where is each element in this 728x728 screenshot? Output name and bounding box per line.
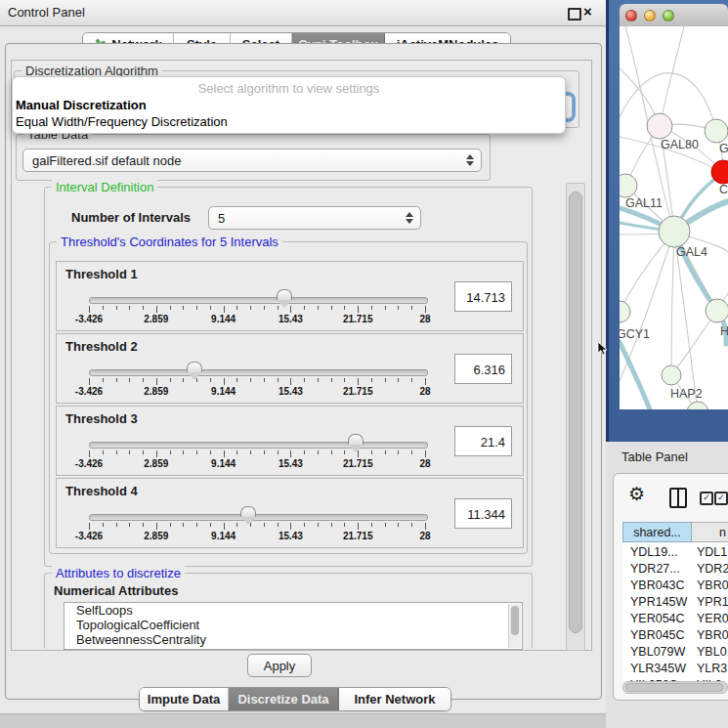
tab-discretize-data[interactable]: Discretize Data xyxy=(229,688,339,710)
popup-item-manual-discretization[interactable]: Manual Discretization xyxy=(16,98,147,112)
node-hap2[interactable] xyxy=(662,365,681,385)
threshold-1-value[interactable]: 14.713 xyxy=(454,281,512,312)
node-label-gal80: GAL80 xyxy=(661,138,699,151)
tab-label: Discretize Data xyxy=(237,692,328,707)
threshold-2-slider-track[interactable] xyxy=(89,369,428,376)
float-window-icon[interactable] xyxy=(568,8,581,21)
combo-stepper-icon[interactable] xyxy=(466,154,474,166)
minimize-traffic-light-icon[interactable] xyxy=(644,10,656,21)
close-traffic-light-icon[interactable] xyxy=(625,10,637,21)
column-layout-icon[interactable] xyxy=(669,488,687,508)
threshold-2-value[interactable]: 6.316 xyxy=(454,354,512,384)
column-header-shared-name[interactable]: shared... xyxy=(622,522,692,542)
table-row[interactable]: YDL19...YDL1 xyxy=(622,543,728,560)
threshold-3-value[interactable]: 21.4 xyxy=(454,426,512,456)
settings-vertical-scrollbar[interactable] xyxy=(566,183,585,651)
popup-hint-item[interactable]: Select algorithm to view settings xyxy=(13,81,565,96)
table-row[interactable]: YBR043CYBR0 xyxy=(622,577,728,593)
tab-impute-data[interactable]: Impute Data xyxy=(140,688,229,710)
node-label-hap2: HAP2 xyxy=(670,387,703,401)
node-bottom-partial[interactable] xyxy=(687,402,708,409)
node-gal4[interactable] xyxy=(659,216,690,247)
node-gcy1[interactable] xyxy=(620,301,630,322)
slider-thumb[interactable] xyxy=(277,289,292,300)
checkbox-icon[interactable]: ✓ xyxy=(700,492,713,505)
num-intervals-label: Number of Intervals xyxy=(71,210,191,225)
screenshot-root: Control Panel × Network Style Select Cyn… xyxy=(0,0,728,728)
slider-thumb[interactable] xyxy=(240,506,256,517)
combo-value: 5 xyxy=(218,211,225,226)
threshold-2-panel: Threshold 2 -3.4262.8599.14415.4321.7152… xyxy=(56,333,524,404)
node-label-partial: H xyxy=(720,324,728,338)
table-row[interactable]: YBL079WYBL0 xyxy=(622,643,728,660)
node-label-partial: G xyxy=(719,142,728,155)
threshold-label: Threshold 3 xyxy=(65,411,138,426)
table-row[interactable]: YBR045CYBR0 xyxy=(622,626,728,643)
node-label-gal11: GAL11 xyxy=(625,196,663,210)
combo-value: galFiltered.sif default node xyxy=(32,153,181,168)
tab-infer-network[interactable]: Infer Network xyxy=(339,688,450,710)
table-panel-title: Table Panel xyxy=(621,450,688,464)
table-row[interactable]: YLR345WYLR3 xyxy=(622,660,728,676)
network-window-titlebar[interactable] xyxy=(620,4,728,27)
slider-scale-labels: -3.4262.8599.14415.4321.71528 xyxy=(89,314,426,325)
threshold-3-slider-track[interactable] xyxy=(89,442,428,449)
threshold-4-value[interactable]: 11.344 xyxy=(454,498,512,529)
group-title: Threshold's Coordinates for 5 Intervals xyxy=(57,235,282,249)
slider-ticks xyxy=(89,378,426,386)
panel-title: Control Panel xyxy=(8,5,85,20)
slider-scale-labels: -3.4262.8599.14415.4321.71528 xyxy=(89,458,426,470)
table-row[interactable]: YPR145WYPR1 xyxy=(622,593,728,610)
numerical-attributes-label: Numerical Attributes xyxy=(54,583,178,598)
threshold-1-panel: Threshold 1 -3.4262.8599.14415.4321.7152… xyxy=(56,261,524,331)
threshold-3-panel: Threshold 3 -3.4262.8599.14415.4321.7152… xyxy=(56,406,524,476)
threshold-4-slider-track[interactable] xyxy=(89,514,428,521)
list-item[interactable]: SelfLoops xyxy=(64,603,522,618)
group-title: Interval Definition xyxy=(52,180,157,194)
numerical-attributes-list[interactable]: SelfLoops TopologicalCoefficient Between… xyxy=(64,602,523,650)
threshold-label: Threshold 2 xyxy=(65,339,138,354)
tab-label: Infer Network xyxy=(354,692,435,707)
table-horizontal-scrollbar[interactable] xyxy=(622,681,728,694)
list-item[interactable]: TopologicalCoefficient xyxy=(64,618,522,632)
apply-button[interactable]: Apply xyxy=(247,654,312,677)
network-graph: GAL80 G C GAL11 GAL4 GCY1 H HAP2 xyxy=(620,26,728,409)
control-panel-titlebar: Control Panel × xyxy=(0,0,606,26)
threshold-4-panel: Threshold 4 -3.4262.8599.14415.4321.7152… xyxy=(56,478,524,548)
slider-thumb[interactable] xyxy=(187,362,202,372)
algorithm-dropdown-popup: Select algorithm to view settings Manual… xyxy=(12,76,566,134)
scrollbar-thumb[interactable] xyxy=(569,192,582,633)
window-bottom-edge xyxy=(0,713,606,728)
network-view-canvas[interactable]: GAL80 G C GAL11 GAL4 GCY1 H HAP2 xyxy=(620,26,728,409)
num-intervals-combobox[interactable]: 5 xyxy=(208,206,421,230)
node-right-h[interactable] xyxy=(706,299,728,322)
scrollbar-thumb[interactable] xyxy=(625,683,723,692)
column-header-name[interactable]: n xyxy=(692,522,728,542)
checkbox-icon[interactable]: ✓ xyxy=(714,492,728,505)
control-panel: Control Panel × Network Style Select Cyn… xyxy=(0,0,606,728)
node-label-gal4: GAL4 xyxy=(676,245,707,259)
threshold-1-slider-track[interactable] xyxy=(89,297,428,304)
node-top-right[interactable] xyxy=(705,119,728,143)
table-data-combobox[interactable]: galFiltered.sif default node xyxy=(22,149,482,172)
threshold-label: Threshold 1 xyxy=(65,267,138,281)
list-item[interactable]: BetweennessCentrality xyxy=(64,632,522,647)
slider-ticks xyxy=(89,523,426,531)
slider-ticks xyxy=(89,450,426,458)
node-gal80[interactable] xyxy=(647,113,672,139)
combo-stepper-icon[interactable] xyxy=(406,212,413,224)
mouse-cursor xyxy=(597,341,609,357)
bottom-tab-bar: Impute Data Discretize Data Infer Networ… xyxy=(139,687,451,711)
node-table[interactable]: YDL19...YDL1 YDR27...YDR2 YBR043CYBR0 YP… xyxy=(622,543,728,681)
zoom-traffic-light-icon[interactable] xyxy=(663,10,674,21)
list-scrollbar[interactable] xyxy=(508,604,521,648)
table-row[interactable]: YER054CYER0 xyxy=(622,610,728,626)
slider-ticks xyxy=(89,306,426,314)
close-icon[interactable]: × xyxy=(583,3,592,20)
slider-thumb[interactable] xyxy=(348,434,364,445)
table-row[interactable]: YDR27...YDR2 xyxy=(622,560,728,577)
threshold-label: Threshold 4 xyxy=(65,484,138,498)
popup-item-equal-width-frequency[interactable]: Equal Width/Frequency Discretization xyxy=(16,114,228,129)
gear-icon[interactable]: ⚙ xyxy=(628,485,645,503)
tab-label: Impute Data xyxy=(148,692,220,707)
